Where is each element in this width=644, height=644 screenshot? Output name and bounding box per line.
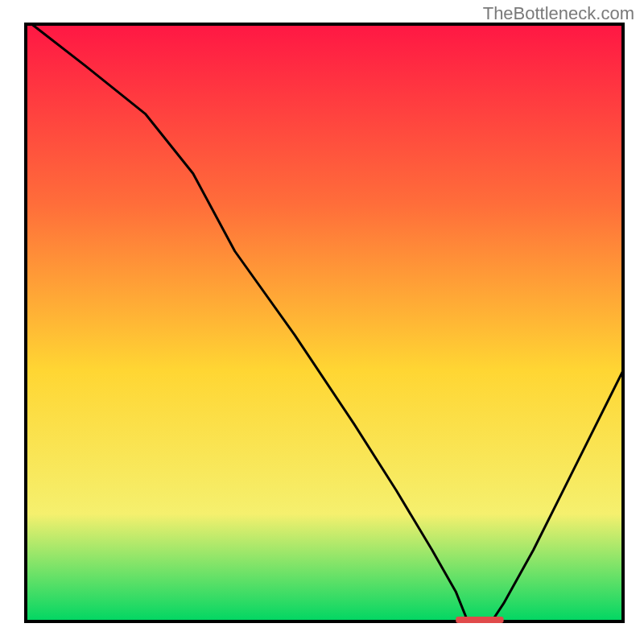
optimal-range-marker [456,617,503,623]
chart-svg [0,0,644,644]
watermark-text: TheBottleneck.com [483,3,634,24]
bottleneck-chart: TheBottleneck.com [0,0,644,644]
plot-background [26,24,623,621]
